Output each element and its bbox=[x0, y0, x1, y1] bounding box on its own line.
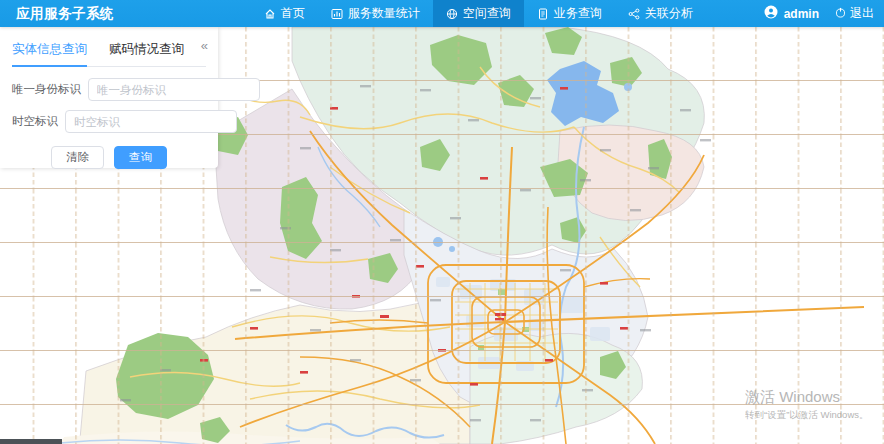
button-row: 清除 查询 bbox=[12, 146, 206, 169]
power-icon bbox=[835, 7, 846, 21]
bar-chart-icon bbox=[331, 8, 343, 20]
spacetime-id-label: 时空标识 bbox=[12, 114, 65, 129]
nav-label: 空间查询 bbox=[463, 5, 511, 22]
username[interactable]: admin bbox=[784, 7, 819, 21]
top-navbar: 应用服务子系统 首页 服务数量统计 空间查询 业务查询 关联分析 admin 退… bbox=[0, 0, 884, 27]
tab-entity-info-query[interactable]: 实体信息查询 bbox=[12, 37, 87, 67]
clear-button[interactable]: 清除 bbox=[51, 146, 104, 169]
nav-item-spatial-query[interactable]: 空间查询 bbox=[433, 0, 524, 27]
nav-item-home[interactable]: 首页 bbox=[251, 0, 318, 27]
spatial-query-panel: 实体信息查询 赋码情况查询 « 唯一身份标识 时空标识 清除 查询 bbox=[0, 27, 218, 168]
logout-button[interactable]: 退出 bbox=[835, 5, 874, 22]
nav-label: 服务数量统计 bbox=[348, 5, 420, 22]
query-button[interactable]: 查询 bbox=[114, 146, 167, 169]
spacetime-id-input[interactable] bbox=[65, 110, 237, 133]
unique-id-label: 唯一身份标识 bbox=[12, 82, 88, 97]
unique-id-input[interactable] bbox=[88, 78, 260, 101]
tab-coding-status-query[interactable]: 赋码情况查询 bbox=[109, 37, 184, 66]
home-icon bbox=[264, 8, 276, 20]
collapse-panel-icon[interactable]: « bbox=[201, 39, 208, 52]
header-spacer bbox=[114, 0, 251, 27]
nav-label: 关联分析 bbox=[645, 5, 693, 22]
main-nav: 首页 服务数量统计 空间查询 业务查询 关联分析 bbox=[251, 0, 706, 27]
nav-item-service-stats[interactable]: 服务数量统计 bbox=[318, 0, 433, 27]
logout-label: 退出 bbox=[850, 5, 874, 22]
panel-tabs: 实体信息查询 赋码情况查询 « bbox=[12, 37, 206, 67]
entity-query-form: 唯一身份标识 时空标识 清除 查询 bbox=[12, 78, 206, 169]
nav-label: 首页 bbox=[281, 5, 305, 22]
nav-label: 业务查询 bbox=[554, 5, 602, 22]
avatar[interactable] bbox=[764, 5, 778, 22]
nav-item-relation-analysis[interactable]: 关联分析 bbox=[615, 0, 706, 27]
bottom-left-bar bbox=[0, 439, 62, 444]
form-row: 唯一身份标识 bbox=[12, 78, 206, 101]
globe-icon bbox=[446, 8, 458, 20]
nav-item-business-query[interactable]: 业务查询 bbox=[524, 0, 615, 27]
form-row: 时空标识 bbox=[12, 110, 206, 133]
document-icon bbox=[537, 8, 549, 20]
user-area: admin 退出 bbox=[764, 0, 884, 27]
share-icon bbox=[628, 8, 640, 20]
app-title: 应用服务子系统 bbox=[0, 5, 114, 23]
